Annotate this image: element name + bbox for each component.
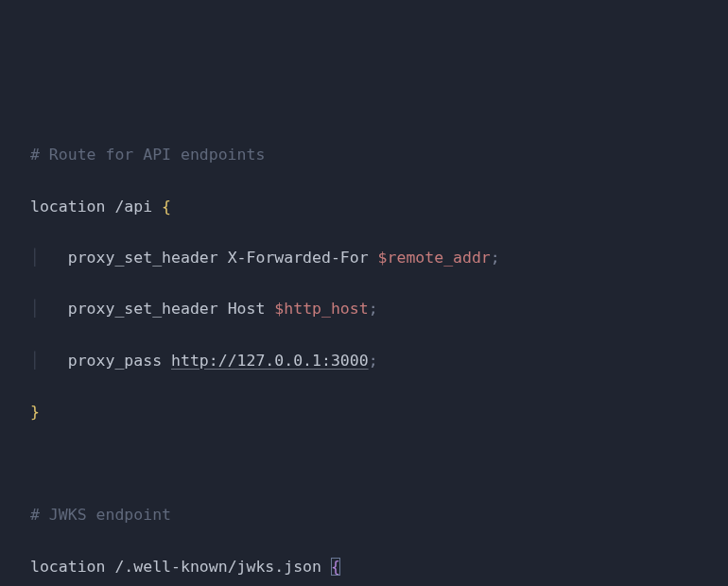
- variable: $remote_addr: [378, 249, 491, 267]
- url: http://127.0.0.1:3000: [171, 352, 369, 370]
- directive: location: [30, 558, 105, 576]
- directive: location: [30, 198, 105, 215]
- brace-open: {: [162, 198, 171, 215]
- code-line: │ proxy_set_header Host $http_host;: [0, 296, 728, 321]
- comment: # JWKS endpoint: [30, 506, 171, 524]
- variable: $http_host: [274, 300, 368, 318]
- directive: proxy_set_header: [68, 300, 218, 318]
- code-line: │ proxy_set_header X-Forwarded-For $remo…: [0, 245, 728, 270]
- code-line: # Route for API endpoints: [0, 142, 728, 167]
- semicolon: ;: [369, 300, 378, 318]
- code-line: # JWKS endpoint: [0, 502, 728, 527]
- code-line: location /api {: [0, 194, 728, 219]
- directive: proxy_pass: [68, 352, 162, 370]
- semicolon: ;: [491, 249, 500, 267]
- code-editor[interactable]: # Route for API endpoints location /api …: [0, 116, 728, 586]
- header-name: X-Forwarded-For: [228, 249, 369, 267]
- blank-line: [0, 451, 728, 476]
- path: /.well-known/jwks.json: [114, 558, 321, 576]
- directive: proxy_set_header: [68, 249, 218, 267]
- code-line: }: [0, 399, 728, 424]
- header-name: Host: [228, 300, 266, 318]
- code-line: location /.well-known/jwks.json {: [0, 554, 728, 579]
- semicolon: ;: [369, 352, 378, 370]
- code-line: │ proxy_pass http://127.0.0.1:3000;: [0, 348, 728, 373]
- path: /api: [114, 198, 152, 215]
- comment: # Route for API endpoints: [30, 146, 265, 164]
- brace-open-matched: {: [331, 558, 340, 576]
- brace-close: }: [30, 403, 40, 421]
